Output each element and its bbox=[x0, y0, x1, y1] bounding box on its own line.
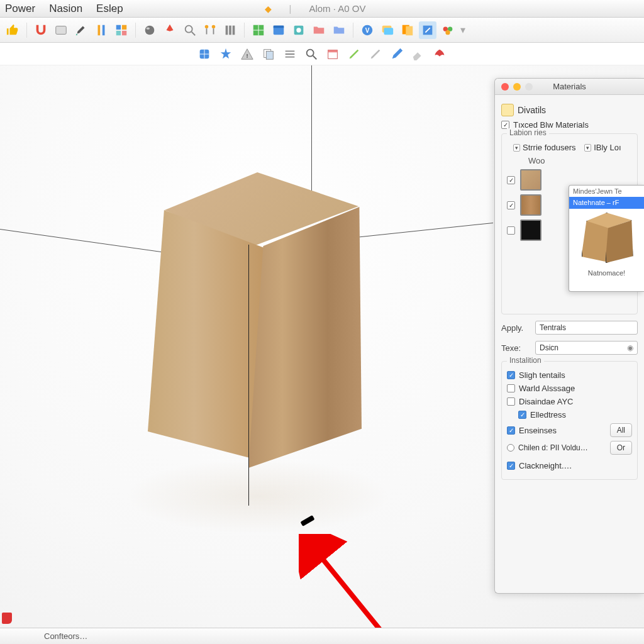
brush-icon[interactable] bbox=[72, 21, 90, 39]
close-icon[interactable] bbox=[501, 83, 509, 91]
lines-icon[interactable] bbox=[281, 45, 299, 63]
blue-grid-icon[interactable] bbox=[196, 45, 213, 63]
svg-point-8 bbox=[147, 27, 150, 30]
radio-chilen[interactable] bbox=[507, 444, 514, 452]
swatch-checkbox[interactable] bbox=[507, 176, 515, 184]
apply-dropdown[interactable]: Tentrals bbox=[535, 321, 638, 335]
svg-point-35 bbox=[307, 49, 314, 56]
checkbox-enseinses[interactable] bbox=[507, 426, 515, 435]
folder-blue-icon[interactable] bbox=[330, 21, 348, 39]
grid-tool-icon[interactable] bbox=[113, 21, 130, 39]
svg-point-9 bbox=[186, 25, 192, 32]
diamond-icon: ◆ bbox=[265, 4, 272, 14]
menu-item-power[interactable]: Power bbox=[5, 3, 35, 15]
colors-icon[interactable] bbox=[439, 21, 457, 39]
materials-panel: Materials Divatils Tıxced Blw Materials … bbox=[494, 78, 644, 594]
popup-selected-item[interactable]: Natehnate – rF bbox=[569, 197, 644, 209]
cards-icon[interactable] bbox=[399, 21, 416, 39]
bars-icon[interactable] bbox=[221, 21, 239, 39]
or-button[interactable]: Or bbox=[610, 441, 632, 455]
thumb-up-icon[interactable] bbox=[4, 21, 21, 39]
option-label: Sligh tentails bbox=[519, 370, 565, 380]
option-label: Disaindae AYC bbox=[519, 397, 573, 406]
v-badge-icon[interactable]: V bbox=[358, 21, 376, 39]
cube-face-right bbox=[248, 207, 362, 468]
dropdown-label[interactable]: IBly Loı bbox=[594, 143, 621, 152]
search-icon[interactable] bbox=[303, 45, 320, 63]
svg-rect-5 bbox=[116, 30, 121, 35]
menu-item-eslep[interactable]: Eslep bbox=[96, 3, 123, 15]
dropdown-label[interactable]: Strrie fodusers bbox=[523, 143, 576, 152]
texe-dropdown[interactable]: Dsicn◉ bbox=[535, 341, 638, 355]
minimize-icon[interactable] bbox=[513, 83, 521, 91]
apply-label: Apply. bbox=[501, 323, 531, 333]
material-swatch-black[interactable] bbox=[520, 219, 541, 241]
tt-tool-icon[interactable] bbox=[92, 21, 110, 39]
svg-rect-1 bbox=[98, 25, 101, 35]
sphere-icon[interactable] bbox=[141, 21, 158, 39]
checkbox-clackneight[interactable] bbox=[507, 462, 515, 470]
folder-icon[interactable] bbox=[501, 104, 514, 116]
panel-icon[interactable] bbox=[52, 21, 70, 39]
chat-icon[interactable] bbox=[379, 21, 396, 39]
pencil2-icon[interactable] bbox=[367, 45, 384, 63]
option-label: Clackneight.… bbox=[519, 461, 572, 470]
svg-line-36 bbox=[313, 55, 317, 59]
star-blue-icon[interactable] bbox=[217, 45, 235, 63]
blue-window-icon[interactable] bbox=[270, 21, 287, 39]
red-pin-icon[interactable] bbox=[161, 21, 179, 39]
checkbox-slightentails[interactable] bbox=[507, 371, 515, 379]
wood-cube[interactable] bbox=[148, 172, 358, 462]
copy-icon[interactable] bbox=[260, 45, 277, 63]
annotation-arrow bbox=[299, 534, 412, 628]
folder-red-icon[interactable] bbox=[310, 21, 328, 39]
swatch-checkbox[interactable] bbox=[507, 201, 515, 209]
menu-item-nasion[interactable]: Nasion bbox=[49, 3, 82, 15]
svg-rect-26 bbox=[406, 26, 413, 35]
zoom-icon[interactable] bbox=[181, 21, 199, 39]
zoom-icon[interactable] bbox=[525, 83, 533, 91]
svg-rect-6 bbox=[122, 30, 126, 35]
svg-rect-34 bbox=[266, 51, 273, 59]
option-label: Elledtress bbox=[530, 410, 566, 419]
all-button[interactable]: All bbox=[610, 423, 632, 437]
wings-red-icon[interactable] bbox=[431, 45, 448, 63]
chevron-down-icon[interactable]: ▾ bbox=[584, 144, 591, 152]
svg-rect-4 bbox=[122, 25, 126, 29]
svg-text:V: V bbox=[365, 26, 370, 33]
svg-point-11 bbox=[205, 25, 209, 28]
main-toolbar: V ▾ bbox=[0, 18, 644, 43]
magnet-icon[interactable] bbox=[32, 21, 50, 39]
status-bar: Confteors… bbox=[0, 628, 644, 644]
checkbox-warld[interactable] bbox=[507, 384, 515, 392]
panel-titlebar[interactable]: Materials bbox=[495, 79, 644, 95]
checkbox-disaindae[interactable] bbox=[507, 397, 515, 406]
swatch-checkbox[interactable] bbox=[507, 226, 515, 235]
panel-title: Materials bbox=[553, 82, 586, 91]
floor-reflection bbox=[126, 458, 390, 534]
calendar-icon[interactable] bbox=[324, 45, 341, 63]
material-swatch-wood1[interactable] bbox=[520, 169, 541, 191]
warn-icon[interactable]: ! bbox=[238, 45, 256, 63]
option-label: Enseinses bbox=[519, 426, 606, 435]
svg-text:!: ! bbox=[247, 52, 248, 58]
safe-icon[interactable] bbox=[290, 21, 308, 39]
cube-edge bbox=[248, 245, 249, 506]
chevron-down-icon[interactable]: ▾ bbox=[513, 144, 520, 152]
material-swatch-wood2[interactable] bbox=[520, 194, 541, 216]
edit-blue-icon[interactable] bbox=[419, 21, 436, 39]
eraser-icon[interactable] bbox=[409, 45, 427, 63]
pencil-green-icon[interactable] bbox=[345, 45, 363, 63]
chevron-down-icon[interactable]: ▾ bbox=[460, 24, 465, 36]
wood-label: Woo bbox=[528, 156, 632, 165]
svg-rect-3 bbox=[116, 25, 121, 29]
pen-blue-icon[interactable] bbox=[388, 45, 406, 63]
axis-right bbox=[355, 223, 493, 238]
material-preview-popup: Mindes'Jewn Te Natehnate – rF Natnomace! bbox=[569, 185, 644, 292]
green-grid-icon[interactable] bbox=[250, 21, 267, 39]
svg-rect-24 bbox=[384, 28, 394, 35]
svg-point-7 bbox=[145, 25, 155, 35]
checkbox-elledtress[interactable] bbox=[518, 411, 526, 419]
corner-handle-icon[interactable] bbox=[2, 613, 13, 626]
v-handles-icon[interactable] bbox=[201, 21, 219, 39]
